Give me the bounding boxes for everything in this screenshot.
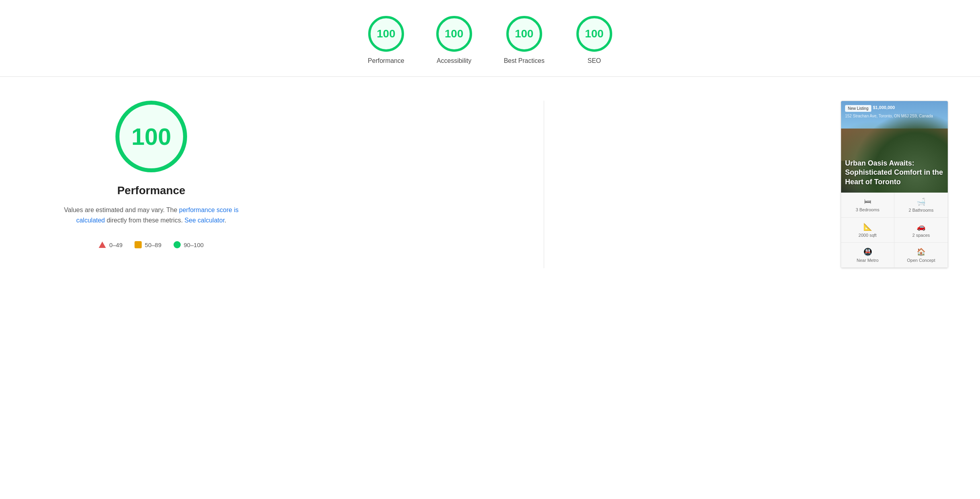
feature-icon: 🛏 — [864, 197, 871, 206]
calculator-link[interactable]: See calculator — [185, 217, 225, 224]
legend-range-green: 90–100 — [184, 242, 204, 248]
legend-item-green: 90–100 — [174, 241, 204, 248]
property-address: 152 Strachan Ave, Toronto, ON M6J 2S9, C… — [845, 114, 933, 118]
property-title: Urban Oasis Awaits: Sophisticated Comfor… — [845, 159, 944, 187]
score-item-performance: 100Performance — [368, 16, 404, 64]
property-card: New Listing $1,000,000 152 Strachan Ave,… — [841, 101, 948, 268]
score-circle-performance: 100 — [368, 16, 404, 52]
feature-item: 🛁2 Bathrooms — [894, 193, 948, 218]
score-circle-accessibility: 100 — [436, 16, 472, 52]
feature-item: 🚇Near Metro — [841, 243, 894, 268]
property-features: 🛏3 Bedrooms🛁2 Bathrooms📐2000 sqft🚗2 spac… — [841, 193, 948, 268]
legend-item-red: 0–49 — [99, 242, 122, 248]
property-price: $1,000,000 — [873, 105, 895, 110]
legend-range-orange: 50–89 — [145, 242, 162, 248]
feature-icon: 🛁 — [917, 197, 925, 206]
feature-label: 2 Bathrooms — [909, 208, 933, 212]
legend-item-orange: 50–89 — [135, 241, 162, 248]
score-label-best-practices: Best Practices — [504, 57, 545, 64]
left-panel: 100 Performance Values are estimated and… — [32, 101, 271, 248]
score-item-best-practices: 100Best Practices — [504, 16, 545, 64]
score-item-accessibility: 100Accessibility — [436, 16, 472, 64]
big-score-title: Performance — [117, 184, 185, 197]
main-content: 100 Performance Values are estimated and… — [0, 77, 980, 284]
feature-label: 2 spaces — [912, 233, 930, 238]
green-circle-icon — [174, 241, 181, 248]
big-score-value: 100 — [131, 123, 171, 150]
right-panel: New Listing $1,000,000 152 Strachan Ave,… — [841, 101, 948, 268]
score-circle-seo: 100 — [576, 16, 612, 52]
feature-label: 3 Bedrooms — [856, 207, 879, 212]
desc-suffix: . — [225, 217, 226, 224]
feature-label: Near Metro — [857, 258, 878, 263]
property-image: New Listing $1,000,000 152 Strachan Ave,… — [841, 101, 948, 193]
score-label-performance: Performance — [368, 57, 404, 64]
score-circle-best-practices: 100 — [506, 16, 542, 52]
feature-icon: 📐 — [863, 222, 872, 231]
feature-label: Open Concept — [907, 258, 935, 263]
feature-item: 📐2000 sqft — [841, 218, 894, 243]
feature-icon: 🏠 — [917, 248, 925, 256]
feature-label: 2000 sqft — [859, 233, 877, 238]
feature-item: 🏠Open Concept — [894, 243, 948, 268]
legend-range-red: 0–49 — [109, 242, 122, 248]
feature-item: 🚗2 spaces — [894, 218, 948, 243]
score-legend: 0–49 50–89 90–100 — [99, 241, 203, 248]
desc-prefix: Values are estimated and may vary. The — [64, 207, 179, 213]
feature-icon: 🚇 — [863, 248, 872, 256]
desc-middle: directly from these metrics. — [105, 217, 185, 224]
feature-item: 🛏3 Bedrooms — [841, 193, 894, 218]
red-triangle-icon — [99, 242, 106, 248]
description-text: Values are estimated and may vary. The p… — [52, 205, 251, 225]
score-item-seo: 100SEO — [576, 16, 612, 64]
score-label-accessibility: Accessibility — [437, 57, 471, 64]
property-badge: New Listing — [845, 105, 871, 112]
big-score-circle: 100 — [115, 101, 187, 172]
orange-square-icon — [135, 241, 142, 248]
vertical-divider — [544, 101, 544, 268]
scores-header: 100Performance100Accessibility100Best Pr… — [0, 0, 980, 77]
feature-icon: 🚗 — [917, 222, 925, 231]
score-label-seo: SEO — [588, 57, 601, 64]
